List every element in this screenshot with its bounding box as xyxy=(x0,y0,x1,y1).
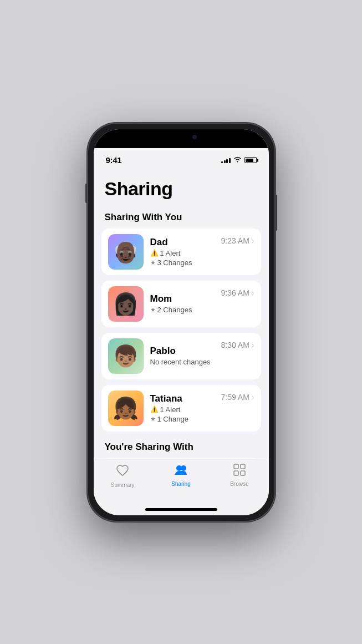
signal-bars-icon xyxy=(221,157,231,163)
contact-time-tatiana: 7:59 AM › xyxy=(221,391,254,402)
contact-time-dad: 9:23 AM › xyxy=(221,234,254,245)
contact-changes-dad: ★ 3 Changes xyxy=(150,258,215,267)
heart-icon xyxy=(116,464,129,480)
star-icon-tatiana: ★ xyxy=(150,415,156,423)
phone-frame: 9:41 xyxy=(87,123,276,522)
camera-dot xyxy=(192,135,197,139)
wifi-icon xyxy=(233,156,242,164)
section-header-youre-sharing: You're Sharing With xyxy=(94,437,269,458)
contact-time-pablo: 8:30 AM › xyxy=(221,338,254,349)
svg-rect-4 xyxy=(234,471,238,475)
contact-alert-dad: ⚠️ 1 Alert xyxy=(150,249,215,257)
chevron-icon-dad: › xyxy=(252,236,254,245)
tab-sharing[interactable]: Sharing xyxy=(152,464,210,487)
contact-alert-tatiana: ⚠️ 1 Alert xyxy=(150,405,215,414)
contact-changes-pablo: No recent changes xyxy=(150,358,215,366)
notch-area xyxy=(94,129,269,148)
alert-icon-dad: ⚠️ xyxy=(150,249,159,257)
notch xyxy=(145,129,217,145)
phone-screen: 9:41 xyxy=(94,129,269,515)
contact-info-mom: Mom ★ 2 Changes xyxy=(150,293,215,314)
tab-bar: Summary Sharing xyxy=(94,459,269,505)
contact-card-mom[interactable]: 👩🏿 Mom ★ 2 Changes 9:36 AM › xyxy=(101,281,261,327)
tab-sharing-label: Sharing xyxy=(171,481,190,487)
svg-rect-3 xyxy=(241,464,245,469)
avatar-mom: 👩🏿 xyxy=(108,286,144,322)
svg-rect-5 xyxy=(241,471,245,475)
avatar-pablo: 👦🏽 xyxy=(108,338,144,374)
chevron-icon-pablo: › xyxy=(252,341,254,349)
contact-info-dad: Dad ⚠️ 1 Alert ★ 3 Changes xyxy=(150,237,215,267)
contact-time-mom: 9:36 AM › xyxy=(221,286,254,297)
avatar-dad: 👴🏿 xyxy=(108,234,144,270)
status-time: 9:41 xyxy=(106,155,122,165)
contact-name-tatiana: Tatiana xyxy=(150,393,215,404)
svg-point-1 xyxy=(181,465,186,471)
contact-info-pablo: Pablo No recent changes xyxy=(150,346,215,366)
alert-icon-tatiana: ⚠️ xyxy=(150,405,159,413)
tab-browse-label: Browse xyxy=(230,481,248,487)
contact-card-tatiana[interactable]: 👧🏾 Tatiana ⚠️ 1 Alert ★ 1 Change 7:59 AM xyxy=(101,385,261,432)
tab-browse[interactable]: Browse xyxy=(210,464,268,487)
chevron-icon-mom: › xyxy=(252,288,254,297)
chevron-icon-tatiana: › xyxy=(252,393,254,402)
tab-summary[interactable]: Summary xyxy=(94,464,152,488)
contact-changes-tatiana: ★ 1 Change xyxy=(150,415,215,423)
status-icons xyxy=(221,156,257,164)
section-header-sharing-with-you: Sharing With You xyxy=(94,207,269,229)
contact-name-pablo: Pablo xyxy=(150,346,215,357)
avatar-tatiana: 👧🏾 xyxy=(108,391,144,426)
battery-icon xyxy=(244,157,257,163)
screen-content[interactable]: Sharing Sharing With You 👴🏿 Dad ⚠️ 1 Ale… xyxy=(94,173,269,459)
contact-changes-mom: ★ 2 Changes xyxy=(150,306,215,314)
sharing-icon xyxy=(174,464,188,479)
star-icon-mom: ★ xyxy=(150,306,156,313)
contact-info-tatiana: Tatiana ⚠️ 1 Alert ★ 1 Change xyxy=(150,393,215,423)
contact-card-dad[interactable]: 👴🏿 Dad ⚠️ 1 Alert ★ 3 Changes 9:23 AM › xyxy=(101,229,261,275)
page-title: Sharing xyxy=(94,173,269,207)
contact-card-pablo[interactable]: 👦🏽 Pablo No recent changes 8:30 AM › xyxy=(101,333,261,379)
home-indicator xyxy=(145,508,217,511)
contact-name-dad: Dad xyxy=(150,237,215,248)
star-icon-dad: ★ xyxy=(150,259,156,266)
contact-name-mom: Mom xyxy=(150,293,215,305)
svg-rect-2 xyxy=(234,464,238,469)
tab-summary-label: Summary xyxy=(111,482,135,488)
status-bar: 9:41 xyxy=(94,148,269,173)
browse-icon xyxy=(233,464,246,479)
